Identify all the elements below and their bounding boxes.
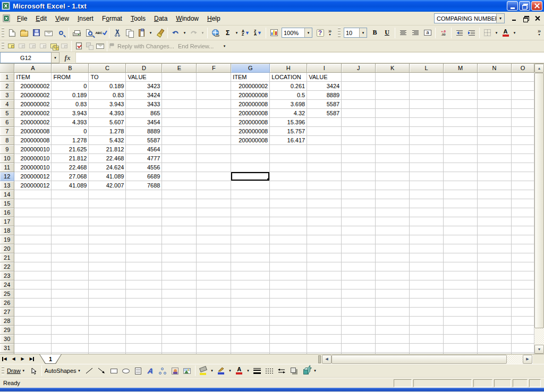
print-preview-button[interactable] <box>83 27 95 39</box>
cell-O26[interactable] <box>511 298 534 307</box>
cell-K21[interactable] <box>376 253 410 262</box>
cell-A9[interactable]: 200000010 <box>14 144 52 154</box>
row-header-2[interactable]: 2 <box>0 81 14 90</box>
row-header-30[interactable]: 30 <box>0 334 14 343</box>
cell-I18[interactable] <box>307 226 342 235</box>
cell-G3[interactable]: 200000008 <box>231 90 270 99</box>
cell-K24[interactable] <box>376 280 410 289</box>
cell-C21[interactable] <box>89 253 126 262</box>
cell-N25[interactable] <box>477 289 511 298</box>
cell-O11[interactable] <box>511 163 534 172</box>
cell-L23[interactable] <box>410 271 444 280</box>
cell-C26[interactable] <box>89 298 126 307</box>
cell-F28[interactable] <box>197 316 231 325</box>
cell-O23[interactable] <box>511 271 534 280</box>
cell-K5[interactable] <box>376 108 410 117</box>
cell-F27[interactable] <box>197 307 231 316</box>
cell-B17[interactable] <box>52 217 89 226</box>
cell-O17[interactable] <box>511 217 534 226</box>
email-button[interactable] <box>42 27 55 39</box>
cell-E10[interactable] <box>162 154 197 163</box>
cell-I28[interactable] <box>307 316 342 325</box>
cell-B10[interactable]: 21.812 <box>52 154 89 163</box>
cell-E30[interactable] <box>162 334 197 343</box>
cell-D21[interactable] <box>126 253 162 262</box>
cell-J18[interactable] <box>342 226 376 235</box>
cell-I2[interactable]: 3424 <box>307 81 342 90</box>
cell-I21[interactable] <box>307 253 342 262</box>
cell-C12[interactable]: 41.089 <box>89 172 126 181</box>
cell-G12[interactable] <box>231 172 270 181</box>
cell-E9[interactable] <box>162 144 197 154</box>
vertical-scroll-thumb[interactable] <box>534 73 544 328</box>
cell-D4[interactable]: 3433 <box>126 99 162 108</box>
cell-D18[interactable] <box>126 226 162 235</box>
drawing-font-color-dropdown[interactable]: ▾ <box>245 365 251 377</box>
column-header-F[interactable]: F <box>197 64 231 72</box>
cell-L16[interactable] <box>410 208 444 217</box>
line-color-button[interactable] <box>215 365 227 377</box>
cell-B2[interactable]: 0 <box>52 81 89 90</box>
workbook-restore-button[interactable] <box>522 15 529 22</box>
column-header-G[interactable]: G <box>231 64 270 72</box>
cell-M25[interactable] <box>444 289 478 298</box>
cell-K20[interactable] <box>376 244 410 253</box>
cell-G23[interactable] <box>231 271 270 280</box>
cell-B11[interactable]: 22.468 <box>52 163 89 172</box>
autosum-button[interactable]: Σ <box>222 27 234 39</box>
cell-B22[interactable] <box>52 262 89 271</box>
cell-O22[interactable] <box>511 262 534 271</box>
cell-C2[interactable]: 0.189 <box>89 81 126 90</box>
cell-B15[interactable] <box>52 199 89 208</box>
cell-N15[interactable] <box>477 199 511 208</box>
cell-L22[interactable] <box>410 262 444 271</box>
cell-J22[interactable] <box>342 262 376 271</box>
arrow-style-button[interactable] <box>276 365 288 377</box>
column-header-N[interactable]: N <box>477 64 511 72</box>
cell-J29[interactable] <box>342 325 376 334</box>
cell-D6[interactable]: 3454 <box>126 117 162 126</box>
cell-L3[interactable] <box>410 90 444 99</box>
menu-tools[interactable]: Tools <box>126 13 150 24</box>
cell-H8[interactable]: 16.417 <box>270 135 307 144</box>
cell-C18[interactable] <box>89 226 126 235</box>
cell-C9[interactable]: 21.812 <box>89 144 126 154</box>
cell-E23[interactable] <box>162 271 197 280</box>
cell-L5[interactable] <box>410 108 444 117</box>
cell-H2[interactable]: 0.261 <box>270 81 307 90</box>
cell-H26[interactable] <box>270 298 307 307</box>
cell-K25[interactable] <box>376 289 410 298</box>
cell-H29[interactable] <box>270 325 307 334</box>
cell-M21[interactable] <box>444 253 478 262</box>
cell-E16[interactable] <box>162 208 197 217</box>
cell-L21[interactable] <box>410 253 444 262</box>
cell-I3[interactable]: 8889 <box>307 90 342 99</box>
cell-C5[interactable]: 4.393 <box>89 108 126 117</box>
cell-M5[interactable] <box>444 108 478 117</box>
cell-M30[interactable] <box>444 334 478 343</box>
cell-C29[interactable] <box>89 325 126 334</box>
cell-J31[interactable] <box>342 343 376 352</box>
cell-F21[interactable] <box>197 253 231 262</box>
cell-F23[interactable] <box>197 271 231 280</box>
cell-F3[interactable] <box>197 90 231 99</box>
cell-J10[interactable] <box>342 154 376 163</box>
cell-K27[interactable] <box>376 307 410 316</box>
cell-J24[interactable] <box>342 280 376 289</box>
row-header-20[interactable]: 20 <box>0 244 14 253</box>
cell-M16[interactable] <box>444 208 478 217</box>
cell-F1[interactable] <box>197 72 231 81</box>
cell-M6[interactable] <box>444 117 478 126</box>
cell-K31[interactable] <box>376 343 410 352</box>
cell-D24[interactable] <box>126 280 162 289</box>
cell-A17[interactable] <box>14 217 52 226</box>
cell-E19[interactable] <box>162 235 197 244</box>
row-header-1[interactable]: 1 <box>0 72 14 81</box>
cell-J26[interactable] <box>342 298 376 307</box>
cell-F17[interactable] <box>197 217 231 226</box>
cell-K11[interactable] <box>376 163 410 172</box>
minimize-button[interactable] <box>507 1 518 11</box>
column-header-A[interactable]: A <box>14 64 52 72</box>
cell-M11[interactable] <box>444 163 478 172</box>
column-header-E[interactable]: E <box>162 64 197 72</box>
